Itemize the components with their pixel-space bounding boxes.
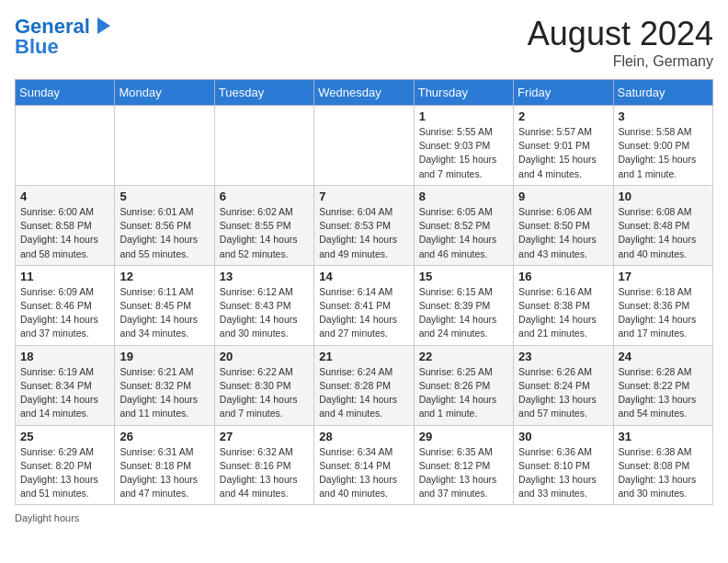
calendar-cell: 14Sunrise: 6:14 AM Sunset: 8:41 PM Dayli… xyxy=(314,265,414,345)
day-info: Sunrise: 6:15 AM Sunset: 8:39 PM Dayligh… xyxy=(419,285,508,341)
calendar-cell: 10Sunrise: 6:08 AM Sunset: 8:48 PM Dayli… xyxy=(613,185,712,265)
calendar-cell xyxy=(115,106,214,186)
weekday-header-tuesday: Tuesday xyxy=(214,80,313,106)
calendar-cell: 28Sunrise: 6:34 AM Sunset: 8:14 PM Dayli… xyxy=(314,425,414,505)
calendar-week-1: 1Sunrise: 5:55 AM Sunset: 9:03 PM Daylig… xyxy=(16,106,713,186)
calendar-week-4: 18Sunrise: 6:19 AM Sunset: 8:34 PM Dayli… xyxy=(16,345,713,425)
calendar-subtitle: Flein, Germany xyxy=(528,53,713,70)
weekday-header-thursday: Thursday xyxy=(414,80,513,106)
day-number: 8 xyxy=(419,190,508,203)
calendar-cell: 19Sunrise: 6:21 AM Sunset: 8:32 PM Dayli… xyxy=(115,345,214,425)
day-info: Sunrise: 5:57 AM Sunset: 9:01 PM Dayligh… xyxy=(518,125,608,181)
day-info: Sunrise: 6:16 AM Sunset: 8:38 PM Dayligh… xyxy=(518,285,608,341)
day-info: Sunrise: 6:22 AM Sunset: 8:30 PM Dayligh… xyxy=(220,365,309,421)
day-number: 21 xyxy=(319,350,408,363)
day-info: Sunrise: 6:11 AM Sunset: 8:45 PM Dayligh… xyxy=(119,285,209,341)
day-number: 15 xyxy=(419,270,508,283)
day-number: 31 xyxy=(619,430,708,443)
logo-blue-text: Blue xyxy=(15,35,59,59)
calendar-cell: 22Sunrise: 6:25 AM Sunset: 8:26 PM Dayli… xyxy=(414,345,513,425)
day-number: 5 xyxy=(119,190,209,203)
day-number: 16 xyxy=(518,270,608,283)
calendar-cell: 23Sunrise: 6:26 AM Sunset: 8:24 PM Dayli… xyxy=(514,345,613,425)
day-number: 1 xyxy=(419,109,508,123)
daylight-hours-label: Daylight hours xyxy=(15,512,79,523)
day-number: 22 xyxy=(419,350,508,363)
calendar-cell: 30Sunrise: 6:36 AM Sunset: 8:10 PM Dayli… xyxy=(514,425,613,505)
day-info: Sunrise: 6:26 AM Sunset: 8:24 PM Dayligh… xyxy=(518,365,608,421)
day-info: Sunrise: 6:24 AM Sunset: 8:28 PM Dayligh… xyxy=(319,365,408,421)
day-number: 20 xyxy=(220,350,309,363)
calendar-cell xyxy=(314,106,414,186)
calendar-cell: 26Sunrise: 6:31 AM Sunset: 8:18 PM Dayli… xyxy=(115,425,214,505)
day-info: Sunrise: 6:34 AM Sunset: 8:14 PM Dayligh… xyxy=(319,445,408,501)
logo-triangle-icon xyxy=(92,16,112,36)
calendar-cell: 16Sunrise: 6:16 AM Sunset: 8:38 PM Dayli… xyxy=(514,265,613,345)
day-info: Sunrise: 6:21 AM Sunset: 8:32 PM Dayligh… xyxy=(119,365,209,421)
weekday-header-friday: Friday xyxy=(514,80,613,106)
calendar-header: SundayMondayTuesdayWednesdayThursdayFrid… xyxy=(16,80,713,106)
calendar-cell: 11Sunrise: 6:09 AM Sunset: 8:46 PM Dayli… xyxy=(16,265,115,345)
day-info: Sunrise: 6:00 AM Sunset: 8:58 PM Dayligh… xyxy=(20,205,109,261)
day-number: 24 xyxy=(619,350,708,363)
weekday-header-monday: Monday xyxy=(115,80,214,106)
day-number: 3 xyxy=(619,109,708,123)
day-info: Sunrise: 6:09 AM Sunset: 8:46 PM Dayligh… xyxy=(20,285,109,341)
day-info: Sunrise: 6:14 AM Sunset: 8:41 PM Dayligh… xyxy=(319,285,408,341)
day-number: 26 xyxy=(119,430,209,443)
day-number: 12 xyxy=(119,270,209,283)
calendar-cell: 21Sunrise: 6:24 AM Sunset: 8:28 PM Dayli… xyxy=(314,345,414,425)
calendar-cell: 20Sunrise: 6:22 AM Sunset: 8:30 PM Dayli… xyxy=(214,345,313,425)
day-number: 13 xyxy=(220,270,309,283)
weekday-header-saturday: Saturday xyxy=(613,80,712,106)
day-number: 9 xyxy=(518,190,608,203)
day-info: Sunrise: 6:36 AM Sunset: 8:10 PM Dayligh… xyxy=(518,445,608,501)
calendar-body: 1Sunrise: 5:55 AM Sunset: 9:03 PM Daylig… xyxy=(16,106,713,505)
day-number: 7 xyxy=(319,190,408,203)
page-header: General Blue August 2024 Flein, Germany xyxy=(15,15,713,70)
calendar-cell: 5Sunrise: 6:01 AM Sunset: 8:56 PM Daylig… xyxy=(115,185,214,265)
day-info: Sunrise: 5:55 AM Sunset: 9:03 PM Dayligh… xyxy=(419,125,508,181)
day-number: 28 xyxy=(319,430,408,443)
day-info: Sunrise: 6:19 AM Sunset: 8:34 PM Dayligh… xyxy=(20,365,109,421)
svg-marker-0 xyxy=(97,17,110,34)
title-block: August 2024 Flein, Germany xyxy=(528,15,713,70)
day-number: 23 xyxy=(518,350,608,363)
day-info: Sunrise: 6:25 AM Sunset: 8:26 PM Dayligh… xyxy=(419,365,508,421)
day-info: Sunrise: 6:01 AM Sunset: 8:56 PM Dayligh… xyxy=(119,205,209,261)
day-number: 17 xyxy=(619,270,708,283)
calendar-cell: 6Sunrise: 6:02 AM Sunset: 8:55 PM Daylig… xyxy=(214,185,313,265)
day-number: 2 xyxy=(518,109,608,123)
day-number: 25 xyxy=(20,430,109,443)
calendar-cell: 31Sunrise: 6:38 AM Sunset: 8:08 PM Dayli… xyxy=(613,425,712,505)
calendar-cell: 13Sunrise: 6:12 AM Sunset: 8:43 PM Dayli… xyxy=(214,265,313,345)
day-info: Sunrise: 5:58 AM Sunset: 9:00 PM Dayligh… xyxy=(619,125,708,181)
calendar-cell: 4Sunrise: 6:00 AM Sunset: 8:58 PM Daylig… xyxy=(16,185,115,265)
footer-note: Daylight hours xyxy=(15,512,713,523)
calendar-cell: 29Sunrise: 6:35 AM Sunset: 8:12 PM Dayli… xyxy=(414,425,513,505)
calendar-cell: 27Sunrise: 6:32 AM Sunset: 8:16 PM Dayli… xyxy=(214,425,313,505)
day-info: Sunrise: 6:05 AM Sunset: 8:52 PM Dayligh… xyxy=(419,205,508,261)
day-info: Sunrise: 6:35 AM Sunset: 8:12 PM Dayligh… xyxy=(419,445,508,501)
calendar-week-3: 11Sunrise: 6:09 AM Sunset: 8:46 PM Dayli… xyxy=(16,265,713,345)
day-number: 4 xyxy=(20,190,109,203)
day-info: Sunrise: 6:12 AM Sunset: 8:43 PM Dayligh… xyxy=(220,285,309,341)
calendar-cell xyxy=(16,106,115,186)
logo: General Blue xyxy=(15,15,112,59)
calendar-cell: 3Sunrise: 5:58 AM Sunset: 9:00 PM Daylig… xyxy=(613,106,712,186)
calendar-cell: 9Sunrise: 6:06 AM Sunset: 8:50 PM Daylig… xyxy=(514,185,613,265)
calendar-cell xyxy=(214,106,313,186)
day-number: 19 xyxy=(119,350,209,363)
calendar-cell: 12Sunrise: 6:11 AM Sunset: 8:45 PM Dayli… xyxy=(115,265,214,345)
day-number: 10 xyxy=(619,190,708,203)
calendar-cell: 18Sunrise: 6:19 AM Sunset: 8:34 PM Dayli… xyxy=(16,345,115,425)
calendar-title: August 2024 xyxy=(528,15,713,53)
calendar-week-5: 25Sunrise: 6:29 AM Sunset: 8:20 PM Dayli… xyxy=(16,425,713,505)
weekday-header-sunday: Sunday xyxy=(16,80,115,106)
day-info: Sunrise: 6:28 AM Sunset: 8:22 PM Dayligh… xyxy=(619,365,708,421)
calendar-cell: 8Sunrise: 6:05 AM Sunset: 8:52 PM Daylig… xyxy=(414,185,513,265)
day-number: 14 xyxy=(319,270,408,283)
calendar-cell: 1Sunrise: 5:55 AM Sunset: 9:03 PM Daylig… xyxy=(414,106,513,186)
day-info: Sunrise: 6:29 AM Sunset: 8:20 PM Dayligh… xyxy=(20,445,109,501)
day-info: Sunrise: 6:31 AM Sunset: 8:18 PM Dayligh… xyxy=(119,445,209,501)
